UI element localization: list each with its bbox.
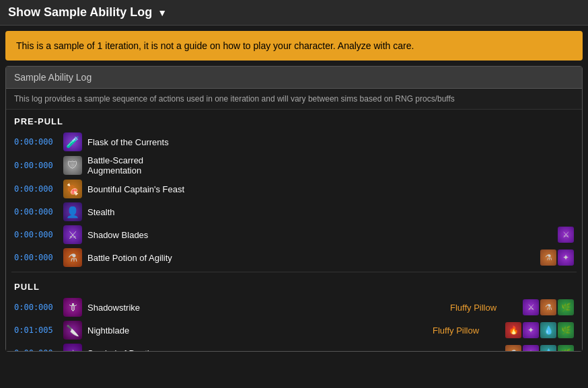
- log-row: 0:00:000 🧪 Flask of the Currents: [11, 130, 577, 153]
- buff-icons: 🔥 ✦ 💧 🌿: [505, 322, 574, 338]
- log-row: 0:00:000 ⚗ Battle Potion of Agility ⚗ ✦: [11, 246, 577, 269]
- buff-icon: 💧: [540, 322, 556, 338]
- ability-name: Stealth: [87, 207, 574, 217]
- ability-name: Bountiful Captain's Feast: [87, 184, 574, 194]
- sample-ability-log-section: Sample Ability Log This log provides a s…: [5, 66, 583, 352]
- buff-icon: ✦: [523, 345, 539, 351]
- log-row: 0:00:000 🍖 Bountiful Captain's Feast: [11, 178, 577, 200]
- log-row: 0:01:005 🔪 Nightblade Fluffy Pillow 🔥 ✦ …: [11, 319, 577, 342]
- ability-name: Flask of the Currents: [87, 137, 574, 147]
- symbol-of-death-icon: ✦: [63, 344, 82, 351]
- log-container: This log provides a sample sequence of a…: [6, 89, 582, 351]
- ability-name: Symbol of Death: [87, 348, 291, 352]
- buff-icon: ⚗: [505, 345, 521, 351]
- ability-name: Battle Potion of Agility: [87, 253, 309, 263]
- log-row: 0:00:000 ✦ Symbol of Death ⚗ ✦ 💧 🌿: [11, 342, 577, 351]
- buff-icons: ⚔ ⚗ 🌿: [523, 299, 574, 315]
- stealth-icon: 👤: [63, 202, 82, 221]
- buff-icon: 🌿: [558, 299, 574, 315]
- buff-icon: ⚗: [540, 299, 556, 315]
- buff-icon: 💧: [540, 345, 556, 351]
- log-row: 0:00:000 🛡 Battle-ScarredAugmentation: [11, 153, 577, 178]
- log-row: 0:00:000 👤 Stealth: [11, 200, 577, 223]
- pre-pull-label: PRE-PULL: [11, 110, 577, 130]
- buff-icon: 🌿: [558, 322, 574, 338]
- target-name: Fluffy Pillow: [433, 325, 500, 336]
- log-row: 0:00:000 ⚔ Shadow Blades ⚔: [11, 223, 577, 246]
- time-cell: 0:00:000: [14, 348, 58, 351]
- ability-name: Battle-ScarredAugmentation: [87, 155, 574, 176]
- flask-icon: 🧪: [63, 132, 82, 151]
- nightblade-icon: 🔪: [63, 321, 82, 340]
- feast-icon: 🍖: [63, 180, 82, 198]
- buff-icon: ⚔: [558, 227, 574, 243]
- time-cell: 0:00:000: [14, 161, 58, 170]
- buff-icon: ✦: [558, 249, 574, 266]
- section-header: Sample Ability Log: [6, 67, 582, 89]
- time-cell: 0:01:005: [14, 325, 58, 335]
- buff-icons: ⚔: [558, 227, 574, 243]
- buff-icon: ⚗: [540, 249, 556, 266]
- buff-icon: ⚔: [523, 299, 539, 315]
- buff-icons: ⚗ ✦: [540, 249, 574, 266]
- target-name: Fluffy Pillow: [450, 303, 517, 313]
- section-title: Sample Ability Log: [14, 72, 91, 83]
- log-content[interactable]: PRE-PULL 0:00:000 🧪 Flask of the Current…: [6, 110, 582, 351]
- time-cell: 0:00:000: [14, 207, 58, 217]
- warning-box: This is a sample of 1 iteration, it is n…: [5, 31, 583, 61]
- shadowstrike-icon: 🗡: [63, 298, 82, 317]
- time-cell: 0:00:000: [14, 137, 58, 147]
- shadow-blades-icon: ⚔: [63, 225, 82, 244]
- ability-name: Nightblade: [87, 325, 427, 336]
- time-cell: 0:00:000: [14, 184, 58, 194]
- pull-label: PULL: [11, 275, 577, 296]
- buff-icon: 🌿: [558, 345, 574, 351]
- buff-icons: ⚗ ✦ 💧 🌿: [505, 345, 574, 351]
- time-cell: 0:00:000: [14, 230, 58, 239]
- augment-icon: 🛡: [63, 156, 82, 175]
- page-title: Show Sample Ability Log: [8, 5, 152, 20]
- time-cell: 0:00:000: [14, 303, 58, 312]
- battle-potion-icon: ⚗: [63, 248, 82, 267]
- log-description: This log provides a sample sequence of a…: [6, 89, 582, 110]
- chevron-down-icon[interactable]: ▼: [157, 7, 167, 18]
- buff-icon: 🔥: [505, 322, 521, 338]
- time-cell: 0:00:000: [14, 253, 58, 262]
- header-bar: Show Sample Ability Log ▼: [0, 0, 588, 26]
- ability-name: Shadow Blades: [87, 230, 318, 240]
- log-row: 0:00:000 🗡 Shadowstrike Fluffy Pillow ⚔ …: [11, 296, 577, 319]
- buff-icon: ✦: [523, 322, 539, 338]
- ability-name: Shadowstrike: [87, 303, 445, 313]
- warning-text: This is a sample of 1 iteration, it is n…: [16, 40, 414, 51]
